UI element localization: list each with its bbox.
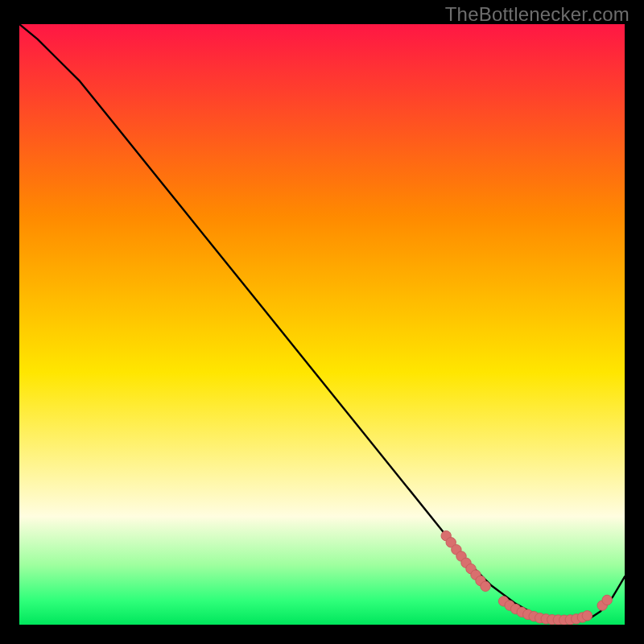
plot-area	[19, 24, 625, 625]
chart-svg	[19, 24, 625, 625]
data-dot	[602, 595, 612, 605]
data-dot	[481, 581, 490, 591]
data-dot	[582, 611, 592, 621]
gradient-background	[19, 24, 625, 625]
watermark-text: TheBottlenecker.com	[445, 3, 630, 26]
chart-frame: TheBottlenecker.com	[0, 0, 644, 644]
